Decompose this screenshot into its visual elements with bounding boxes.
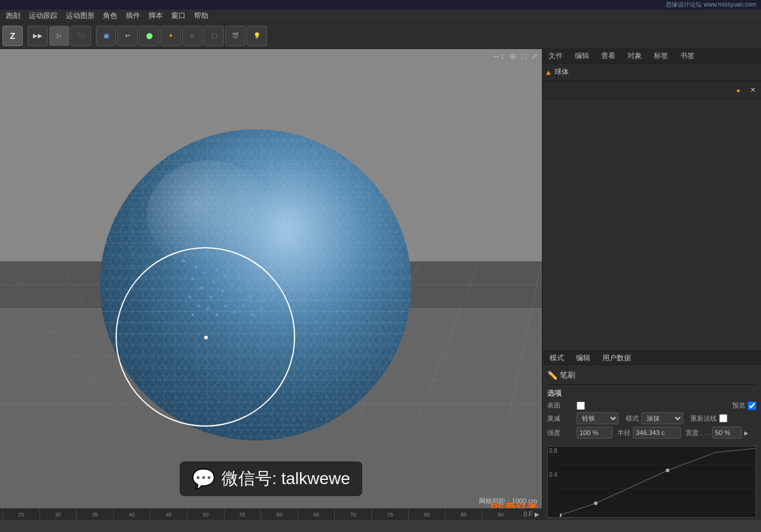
svg-point-51: [251, 313, 254, 316]
reline-label: 重新法线: [690, 414, 717, 423]
svg-point-24: [191, 277, 194, 280]
mesh-svg: [100, 129, 411, 440]
preview-checkbox[interactable]: [748, 402, 756, 410]
menu-item-paoke[interactable]: 跑刻: [2, 10, 24, 22]
mode-label: 模式: [626, 414, 639, 423]
deform-btn[interactable]: ✦: [160, 26, 181, 46]
width-input[interactable]: [712, 427, 742, 439]
menu-item-movement[interactable]: 运动跟踪: [25, 10, 61, 22]
bp-tab-userdata[interactable]: 用户数据: [600, 352, 633, 364]
svg-point-44: [263, 289, 266, 292]
object-panel-icons: ● ✕: [542, 81, 761, 99]
sphere-container: [100, 129, 411, 440]
svg-point-35: [245, 280, 248, 283]
menu-item-script[interactable]: 脚本: [145, 10, 166, 22]
strength-radius-row: 强度 半径 宽度 . . . ▸: [547, 427, 756, 439]
svg-point-42: [260, 268, 263, 271]
play-btn[interactable]: ▶▶: [28, 26, 48, 46]
mode-select[interactable]: 涂抹: [641, 412, 683, 424]
main-layout: ↔↕ ⊕ □ ⤢ 网格间距：1000 cm 💬 微信号: talkwewe PS…: [0, 49, 761, 520]
reline-checkbox[interactable]: [719, 414, 727, 422]
svg-point-27: [200, 286, 203, 289]
surface-label: 表面: [547, 401, 574, 410]
viewport-maximize-btn[interactable]: □: [520, 50, 527, 62]
menu-item-help[interactable]: 帮助: [190, 10, 212, 22]
svg-point-58: [666, 469, 669, 472]
cube-btn[interactable]: ▣: [96, 26, 116, 46]
svg-point-55: [191, 313, 194, 316]
surface-checkbox[interactable]: [577, 402, 585, 410]
z-icon-btn[interactable]: Z: [2, 26, 23, 46]
keyframe-btn[interactable]: ⬛: [71, 26, 91, 46]
svg-point-37: [248, 295, 251, 298]
shape-btn[interactable]: ⬤: [139, 26, 159, 46]
tree-object-label[interactable]: 球体: [554, 67, 569, 77]
undo-btn[interactable]: ↩: [117, 26, 138, 46]
nurbs-btn[interactable]: ◇: [182, 26, 202, 46]
svg-point-28: [209, 295, 212, 298]
tl-40: 40: [113, 509, 150, 521]
chart-label-2: 0.4: [549, 472, 557, 478]
strength-input[interactable]: [577, 427, 613, 439]
svg-point-57: [594, 501, 598, 505]
svg-point-40: [242, 265, 245, 268]
svg-point-38: [257, 286, 260, 289]
svg-point-43: [266, 277, 269, 280]
viewport[interactable]: ↔↕ ⊕ □ ⤢ 网格间距：1000 cm 💬 微信号: talkwewe PS…: [0, 49, 542, 520]
menu-item-role[interactable]: 角色: [99, 10, 121, 22]
svg-point-52: [260, 307, 263, 310]
obj-icon-1[interactable]: ●: [732, 84, 744, 96]
surface-preview-row: 表面 预览: [547, 401, 756, 410]
cam-btn[interactable]: 🎬: [225, 26, 245, 46]
radius-input[interactable]: [633, 427, 681, 439]
tab-object[interactable]: 对象: [624, 50, 645, 62]
light-btn[interactable]: 💡: [247, 26, 267, 46]
tl-50: 50: [187, 509, 224, 521]
expand-btn[interactable]: ▸: [744, 428, 748, 437]
brush-title-label: 笔刷: [560, 370, 575, 381]
end-frame-btn[interactable]: ▶: [535, 511, 539, 518]
tab-edit[interactable]: 编辑: [571, 50, 593, 62]
svg-point-39: [254, 274, 257, 277]
record-btn[interactable]: ▷: [49, 26, 69, 46]
brush-title-row: ✏️ 笔刷: [547, 367, 756, 383]
svg-point-54: [197, 304, 200, 307]
bp-tab-edit[interactable]: 编辑: [574, 352, 593, 364]
svg-point-25: [203, 271, 206, 274]
svg-point-23: [194, 265, 197, 268]
tab-view[interactable]: 查看: [598, 50, 619, 62]
svg-point-36: [239, 289, 242, 292]
viewport-zoom-btn[interactable]: ⊕: [508, 50, 518, 62]
toolbar: Z ▶▶ ▷ ⬛ ▣ ↩ ⬤ ✦ ◇ ⬚ 🎬 💡: [0, 23, 761, 49]
svg-point-50: [242, 304, 245, 307]
strength-label: 强度: [547, 428, 574, 437]
svg-point-29: [221, 289, 224, 292]
tab-file[interactable]: 文件: [545, 50, 566, 62]
tl-45: 45: [150, 509, 187, 521]
svg-point-26: [212, 280, 215, 283]
menu-item-motion[interactable]: 运动图形: [62, 10, 98, 22]
options-section: 选项 表面 预览 衰减 铃铁 模式 涂抹: [547, 386, 756, 443]
viewport-fullscreen-btn[interactable]: ⤢: [530, 50, 539, 62]
tab-tag[interactable]: 标签: [650, 50, 672, 62]
grid-distance-label: 网格间距：1000 cm: [479, 497, 537, 506]
curve-chart[interactable]: 0.8 0.4: [547, 446, 756, 518]
decay-mode-row: 衰减 铃铁 模式 涂抹 重新法线: [547, 412, 756, 424]
tab-bookmark[interactable]: 书签: [677, 50, 698, 62]
chart-label-1: 0.8: [549, 448, 557, 454]
obj-icon-2[interactable]: ✕: [747, 84, 759, 96]
frame-label: 0 F: [524, 511, 532, 518]
viewport-move-btn[interactable]: ↔↕: [491, 50, 506, 62]
svg-point-21: [100, 129, 411, 440]
svg-point-45: [272, 295, 275, 298]
svg-point-22: [182, 259, 185, 262]
scene-btn[interactable]: ⬚: [204, 26, 224, 46]
object-tree-row: ▲ 球体: [542, 63, 761, 81]
top-watermark-text: 思缘设计论坛 www.missyuan.com: [666, 1, 756, 9]
tl-25: 25: [2, 509, 40, 521]
decay-select[interactable]: 铃铁: [577, 412, 618, 424]
menu-item-plugin[interactable]: 插件: [122, 10, 144, 22]
tl-35: 35: [76, 509, 113, 521]
bp-tab-mode[interactable]: 模式: [547, 352, 566, 364]
menu-item-window[interactable]: 窗口: [168, 10, 189, 22]
